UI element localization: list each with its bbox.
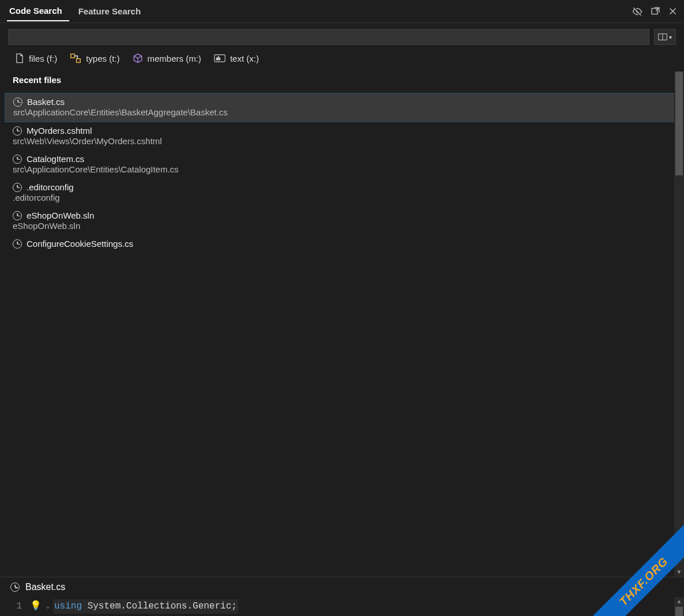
svg-rect-4	[77, 59, 81, 63]
filter-types-label: types (t:)	[86, 54, 119, 63]
fold-margin[interactable]: ⌄ ⌄ ⌄	[44, 597, 52, 616]
search-scope-dropdown[interactable]: ▾	[654, 29, 676, 45]
members-icon	[133, 53, 143, 63]
clock-icon	[13, 183, 22, 192]
recent-file-item[interactable]: MyOrders.cshtmlsrc\Web\Views\Order\MyOrd…	[0, 122, 684, 151]
clock-icon	[13, 97, 22, 107]
recent-file-name: MyOrders.cshtml	[27, 126, 92, 136]
svg-rect-0	[652, 9, 657, 14]
clock-icon	[13, 126, 22, 136]
titlebar: Code Search Feature Search	[0, 0, 684, 23]
filter-members-label: members (m:)	[148, 54, 201, 63]
open-external-icon[interactable]	[651, 6, 660, 16]
recent-file-path: eShopOnWeb.sln	[13, 221, 671, 231]
file-icon	[15, 53, 24, 63]
text-icon: ab	[214, 54, 226, 62]
svg-text:ab: ab	[216, 56, 220, 61]
svg-rect-3	[71, 54, 75, 58]
filter-members[interactable]: members (m:)	[133, 53, 201, 63]
recent-file-item[interactable]: .editorconfig.editorconfig	[0, 179, 684, 207]
recent-file-item[interactable]: Basket.cssrc\ApplicationCore\Entities\Ba…	[5, 93, 679, 122]
results-scrollbar[interactable]: ▲ ▼	[674, 72, 684, 577]
filter-types[interactable]: types (t:)	[70, 53, 119, 63]
filter-files-label: files (f:)	[29, 54, 57, 63]
preview-header: Basket.cs	[0, 577, 684, 597]
clock-icon	[13, 211, 22, 220]
clock-icon	[10, 583, 20, 592]
close-icon[interactable]	[668, 7, 677, 16]
preview-vscrollbar[interactable]: ▲ ▼	[674, 597, 684, 616]
recent-file-name: eShopOnWeb.sln	[27, 211, 94, 220]
recent-file-path: src\ApplicationCore\Entities\CatalogItem…	[13, 164, 671, 174]
tab-code-search[interactable]: Code Search	[7, 1, 69, 21]
search-input[interactable]	[8, 29, 649, 45]
filter-text[interactable]: ab text (x:)	[214, 54, 259, 63]
clock-icon	[13, 155, 22, 164]
tab-feature-search[interactable]: Feature Search	[76, 2, 148, 21]
line-number-gutter: 123456789101112131415161718	[0, 597, 28, 616]
glyph-margin: 💡	[28, 597, 44, 616]
recent-file-name: .editorconfig	[27, 182, 74, 192]
filter-files[interactable]: files (f:)	[15, 53, 57, 63]
recent-file-path: src\ApplicationCore\Entities\BasketAggre…	[13, 107, 671, 117]
results-pane: Recent files Basket.cssrc\ApplicationCor…	[0, 72, 684, 577]
filter-text-label: text (x:)	[230, 54, 259, 63]
code-preview[interactable]: 123456789101112131415161718 💡 ⌄ ⌄ ⌄ usin…	[0, 597, 684, 616]
search-row: ▾	[0, 23, 684, 51]
recent-file-name: ConfigureCookieSettings.cs	[27, 239, 133, 249]
section-recent-files: Recent files	[0, 72, 684, 93]
recent-file-item[interactable]: ConfigureCookieSettings.cs	[0, 235, 684, 253]
recent-file-name: CatalogItem.cs	[27, 154, 84, 164]
preview-file-name: Basket.cs	[25, 582, 65, 592]
code-area[interactable]: using System.Collections.Generic;using S…	[52, 597, 684, 616]
hide-preview-icon[interactable]	[632, 6, 642, 17]
types-icon	[70, 53, 81, 63]
recent-file-item[interactable]: eShopOnWeb.slneShopOnWeb.sln	[0, 207, 684, 235]
recent-file-path: .editorconfig	[13, 193, 671, 202]
search-filters: files (f:) types (t:) members (m:) ab te…	[0, 51, 684, 72]
recent-file-path: src\Web\Views\Order\MyOrders.cshtml	[13, 136, 671, 146]
recent-file-item[interactable]: CatalogItem.cssrc\ApplicationCore\Entiti…	[0, 151, 684, 179]
recent-file-name: Basket.cs	[27, 97, 65, 107]
clock-icon	[13, 239, 22, 249]
